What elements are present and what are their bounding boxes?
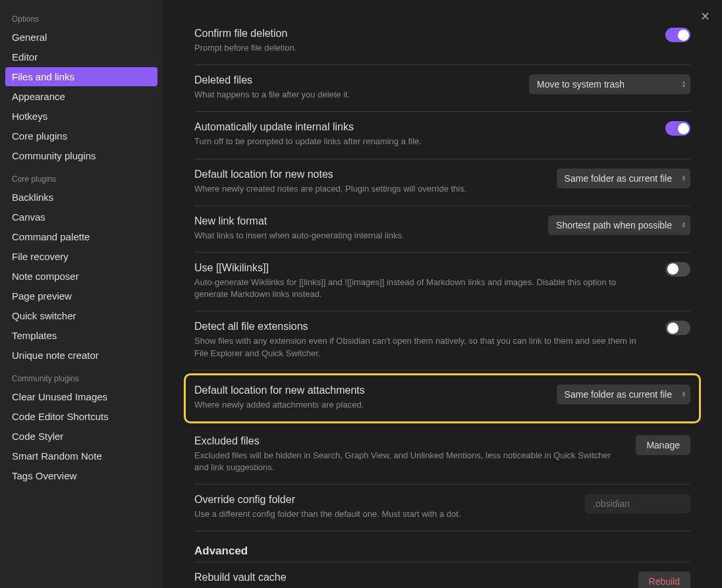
setting-title: Use [[Wikilinks]]	[194, 262, 652, 274]
chevron-updown-icon: ▴▾	[682, 390, 685, 398]
sidebar-item[interactable]: Note composer	[5, 267, 157, 286]
sidebar-item[interactable]: Unique note creator	[5, 346, 157, 365]
section-header: Options	[5, 9, 157, 28]
config-folder-input[interactable]	[585, 494, 690, 514]
setting-desc: Use a different config folder than the d…	[194, 508, 572, 520]
setting-title: Default location for new attachments	[194, 385, 543, 396]
rebuild-button[interactable]: Rebuild	[638, 572, 690, 588]
setting-desc: What links to insert when auto-generatin…	[194, 230, 535, 242]
settings-sidebar: OptionsGeneralEditorFiles and linksAppea…	[0, 0, 163, 588]
setting-desc: Where newly added attachments are placed…	[194, 399, 543, 411]
setting-desc: Show files with any extension even if Ob…	[194, 335, 652, 359]
sidebar-item[interactable]: Quick switcher	[5, 306, 157, 325]
chevron-updown-icon: ▴▾	[682, 81, 685, 88]
section-header: Core plugins	[5, 169, 157, 188]
setting-title: Override config folder	[194, 494, 572, 506]
setting-desc: Excluded files will be hidden in Search,…	[194, 450, 623, 473]
sidebar-item[interactable]: Command palette	[5, 227, 157, 246]
setting-title: Rebuild vault cache	[194, 572, 625, 583]
sidebar-item[interactable]: Page preview	[5, 286, 157, 306]
manage-button[interactable]: Manage	[636, 435, 690, 455]
sidebar-item[interactable]: Code Editor Shortcuts	[5, 407, 157, 426]
settings-main: ✕ Confirm file deletion Prompt before fi…	[163, 0, 722, 588]
advanced-heading: Advanced	[194, 531, 690, 562]
setting-desc: What happens to a file after you delete …	[194, 89, 516, 101]
setting-desc: Auto-generate Wikilinks for [[links]] an…	[194, 277, 652, 300]
sidebar-item[interactable]: Clear Unused Images	[5, 387, 157, 406]
sidebar-item[interactable]: Hotkeys	[5, 107, 157, 126]
setting-title: New link format	[194, 215, 535, 227]
sidebar-item[interactable]: Editor	[5, 47, 157, 67]
sidebar-item[interactable]: Templates	[5, 326, 157, 345]
sidebar-item[interactable]: Tags Overview	[5, 466, 157, 485]
confirm-delete-toggle[interactable]	[665, 28, 690, 42]
chevron-updown-icon: ▴▾	[682, 174, 685, 182]
sidebar-item[interactable]: Backlinks	[5, 188, 157, 207]
setting-desc: Turn off to be prompted to update links …	[194, 136, 652, 147]
default-location-notes-select[interactable]: Same folder as current file ▴▾	[557, 169, 690, 188]
close-icon[interactable]: ✕	[698, 7, 713, 26]
sidebar-item[interactable]: General	[5, 28, 157, 47]
setting-title: Excluded files	[194, 435, 623, 447]
setting-title: Confirm file deletion	[194, 28, 652, 40]
deleted-files-select[interactable]: Move to system trash ▴▾	[529, 74, 690, 94]
new-link-format-select[interactable]: Shortest path when possible ▴▾	[548, 215, 690, 235]
setting-desc: Prompt before file deletion.	[194, 42, 652, 54]
detect-ext-toggle[interactable]	[665, 321, 690, 335]
sidebar-item[interactable]: Appearance	[5, 87, 157, 106]
sidebar-item[interactable]: Community plugins	[5, 146, 157, 165]
section-header: Community plugins	[5, 369, 157, 387]
setting-title: Automatically update internal links	[194, 121, 652, 133]
setting-desc: Where newly created notes are placed. Pl…	[194, 183, 543, 195]
highlighted-setting: Default location for new attachments Whe…	[184, 373, 701, 423]
wikilinks-toggle[interactable]	[665, 262, 690, 277]
default-location-attachments-select[interactable]: Same folder as current file ▴▾	[557, 385, 690, 404]
sidebar-item[interactable]: Smart Random Note	[5, 446, 157, 466]
sidebar-item[interactable]: Files and links	[5, 67, 157, 86]
sidebar-item[interactable]: Code Styler	[5, 427, 157, 446]
auto-update-links-toggle[interactable]	[665, 121, 690, 136]
sidebar-item[interactable]: Core plugins	[5, 126, 157, 146]
sidebar-item[interactable]: Canvas	[5, 207, 157, 227]
setting-title: Detect all file extensions	[194, 321, 652, 333]
chevron-updown-icon: ▴▾	[682, 221, 685, 228]
sidebar-item[interactable]: File recovery	[5, 247, 157, 266]
setting-title: Default location for new notes	[194, 169, 543, 180]
setting-title: Deleted files	[194, 74, 516, 86]
